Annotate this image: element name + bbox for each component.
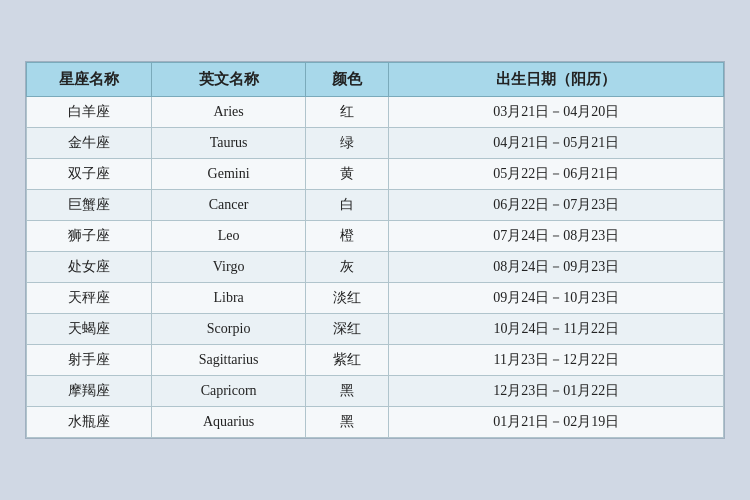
cell-color: 黑: [305, 407, 389, 438]
cell-en: Aquarius: [152, 407, 305, 438]
cell-en: Cancer: [152, 190, 305, 221]
zodiac-table-container: 星座名称 英文名称 颜色 出生日期（阳历） 白羊座Aries红03月21日－04…: [25, 61, 725, 439]
cell-color: 红: [305, 97, 389, 128]
header-zh: 星座名称: [27, 63, 152, 97]
table-row: 天蝎座Scorpio深红10月24日－11月22日: [27, 314, 724, 345]
cell-color: 黄: [305, 159, 389, 190]
cell-date: 12月23日－01月22日: [389, 376, 724, 407]
cell-color: 白: [305, 190, 389, 221]
table-row: 金牛座Taurus绿04月21日－05月21日: [27, 128, 724, 159]
cell-zh: 双子座: [27, 159, 152, 190]
cell-zh: 水瓶座: [27, 407, 152, 438]
cell-en: Leo: [152, 221, 305, 252]
cell-color: 紫红: [305, 345, 389, 376]
cell-date: 06月22日－07月23日: [389, 190, 724, 221]
zodiac-table: 星座名称 英文名称 颜色 出生日期（阳历） 白羊座Aries红03月21日－04…: [26, 62, 724, 438]
cell-date: 01月21日－02月19日: [389, 407, 724, 438]
cell-date: 07月24日－08月23日: [389, 221, 724, 252]
table-row: 狮子座Leo橙07月24日－08月23日: [27, 221, 724, 252]
cell-en: Scorpio: [152, 314, 305, 345]
cell-date: 05月22日－06月21日: [389, 159, 724, 190]
cell-zh: 天秤座: [27, 283, 152, 314]
table-row: 巨蟹座Cancer白06月22日－07月23日: [27, 190, 724, 221]
table-row: 天秤座Libra淡红09月24日－10月23日: [27, 283, 724, 314]
cell-date: 09月24日－10月23日: [389, 283, 724, 314]
cell-zh: 天蝎座: [27, 314, 152, 345]
cell-en: Gemini: [152, 159, 305, 190]
cell-en: Capricorn: [152, 376, 305, 407]
cell-zh: 摩羯座: [27, 376, 152, 407]
table-row: 处女座Virgo灰08月24日－09月23日: [27, 252, 724, 283]
table-row: 白羊座Aries红03月21日－04月20日: [27, 97, 724, 128]
cell-color: 绿: [305, 128, 389, 159]
cell-date: 08月24日－09月23日: [389, 252, 724, 283]
cell-color: 深红: [305, 314, 389, 345]
table-row: 摩羯座Capricorn黑12月23日－01月22日: [27, 376, 724, 407]
cell-en: Libra: [152, 283, 305, 314]
cell-zh: 白羊座: [27, 97, 152, 128]
cell-zh: 巨蟹座: [27, 190, 152, 221]
cell-date: 04月21日－05月21日: [389, 128, 724, 159]
header-date: 出生日期（阳历）: [389, 63, 724, 97]
table-header-row: 星座名称 英文名称 颜色 出生日期（阳历）: [27, 63, 724, 97]
cell-color: 橙: [305, 221, 389, 252]
cell-zh: 射手座: [27, 345, 152, 376]
cell-en: Sagittarius: [152, 345, 305, 376]
cell-color: 淡红: [305, 283, 389, 314]
cell-zh: 金牛座: [27, 128, 152, 159]
cell-en: Virgo: [152, 252, 305, 283]
header-color: 颜色: [305, 63, 389, 97]
table-row: 双子座Gemini黄05月22日－06月21日: [27, 159, 724, 190]
table-row: 射手座Sagittarius紫红11月23日－12月22日: [27, 345, 724, 376]
cell-date: 11月23日－12月22日: [389, 345, 724, 376]
cell-color: 灰: [305, 252, 389, 283]
cell-date: 10月24日－11月22日: [389, 314, 724, 345]
cell-date: 03月21日－04月20日: [389, 97, 724, 128]
cell-zh: 处女座: [27, 252, 152, 283]
cell-color: 黑: [305, 376, 389, 407]
table-row: 水瓶座Aquarius黑01月21日－02月19日: [27, 407, 724, 438]
cell-en: Taurus: [152, 128, 305, 159]
cell-zh: 狮子座: [27, 221, 152, 252]
header-en: 英文名称: [152, 63, 305, 97]
cell-en: Aries: [152, 97, 305, 128]
